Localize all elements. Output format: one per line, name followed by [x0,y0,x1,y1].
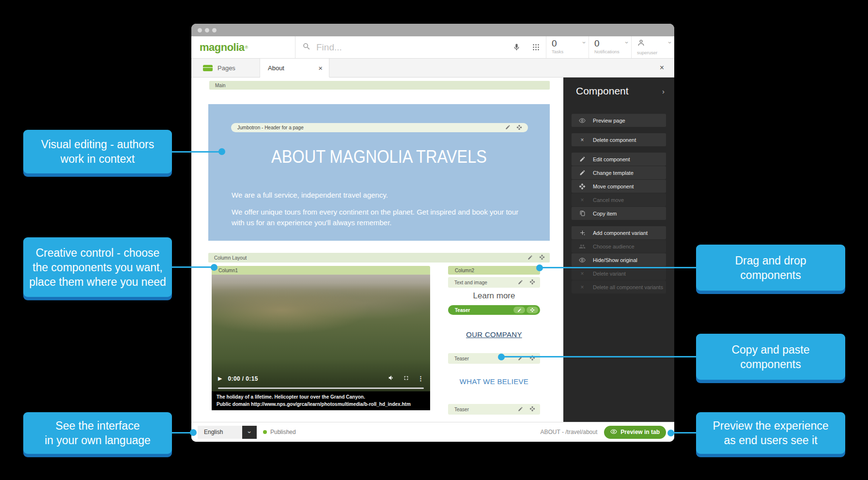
callout-connector-line [540,267,696,268]
search-input[interactable] [315,42,501,53]
main-area-bar[interactable]: Main [209,81,550,90]
brand-wordmark: magnolia [200,41,245,54]
callout-line: components [740,268,801,282]
panel-header: Component › [563,77,674,97]
delete-all-component-variants-button: × Delete all component variants [572,280,666,294]
callout-line: the components you want, [32,260,163,275]
magnolia-logo[interactable]: magnolia ® [191,36,295,58]
pencil-icon [572,156,593,162]
callout-line: work in context [61,152,135,166]
button-label: Add component variant [593,230,648,236]
edit-pencil-icon[interactable] [527,255,533,261]
column2-area: Column2 Text and image Learn more Teaser [448,266,540,416]
close-subapp-icon[interactable]: × [660,59,674,77]
callout-line: components [740,357,801,372]
notifications-indicator[interactable]: 0 Notifications › [589,36,631,58]
panel-title: Component [576,85,629,97]
user-menu[interactable]: superuser › [631,36,674,58]
column2-header-bar[interactable]: Column2 [448,266,540,275]
callout-line: Copy and paste [731,342,809,357]
move-icon[interactable] [527,307,538,313]
video-progress-bar[interactable] [218,387,424,389]
publish-status: Published [263,429,296,435]
tasks-label: Tasks [552,49,589,54]
pencil-icon [572,170,593,176]
teaser-component-bar[interactable]: Teaser [448,353,540,364]
text-and-image-bar[interactable]: Text and image [448,277,540,288]
apps-grid-icon[interactable] [532,43,540,51]
add-component-variant-button[interactable]: Add component variant [572,226,666,239]
copy-item-button[interactable]: Copy item [572,207,666,220]
chevron-down-icon[interactable]: › [582,42,587,44]
jumbotron-paragraph: We are a full service, independent trave… [232,190,388,201]
chevron-right-icon[interactable]: › [662,87,665,95]
chevron-down-icon[interactable]: › [624,42,629,44]
button-label: Delete all component variants [593,284,663,290]
preview-in-tab-button[interactable]: Preview in tab [604,426,666,439]
video-player[interactable]: ▶ 0:00 / 0:15 ⋮ The holiday of a lifetim… [212,275,430,410]
user-icon [637,40,645,48]
main-area-label: Main [209,83,550,88]
column1-header-bar[interactable]: Column1 [212,266,430,275]
tasks-indicator[interactable]: 0 Tasks › [546,36,589,58]
move-icon[interactable] [529,279,535,286]
window-titlebar[interactable] [191,24,674,36]
window-dot[interactable] [198,28,202,32]
close-icon: × [572,137,593,143]
callout-connector-dot [498,354,505,360]
edit-component-button[interactable]: Edit component [572,153,666,166]
callout-connector-dot [218,148,225,155]
callout-creative-control: Creative control - choose the components… [23,237,172,297]
callout-line: as end users see it [724,433,817,448]
move-icon[interactable] [539,254,545,261]
window-dot[interactable] [205,28,209,32]
play-icon[interactable]: ▶ [218,375,222,382]
column-layout-label: Column Layout [208,255,527,261]
volume-icon[interactable] [388,374,395,383]
callout-line: Visual editing - authors [41,137,155,152]
change-template-button[interactable]: Change template [572,166,666,179]
edit-pencil-icon[interactable] [513,307,525,313]
teaser-component-selected[interactable]: Teaser [448,305,540,315]
hide-show-original-button[interactable]: Hide/Show original [572,253,666,266]
tab-about-active[interactable]: About × [260,59,329,77]
move-icon[interactable] [529,406,535,413]
edit-pencil-icon[interactable] [518,406,523,413]
global-search [295,36,546,58]
language-dropdown-button[interactable]: › [242,426,257,439]
callout-line: Creative control - choose [36,246,160,260]
preview-page-button[interactable]: Preview page [572,114,666,127]
kebab-menu-icon[interactable]: ⋮ [418,375,424,382]
column-layout-bar[interactable]: Column Layout [208,253,550,263]
close-tab-icon[interactable]: × [318,64,323,72]
edit-pencil-icon[interactable] [518,279,523,286]
user-name: superuser [637,50,674,55]
video-caption-line2: Public domain http://www.nps.gov/grca/le… [217,401,430,408]
callout-connector-dot [536,264,543,271]
our-company-link[interactable]: OUR COMPANY [448,330,540,339]
video-controls-shade [212,275,430,410]
callout-line: Drag and drop [735,253,806,268]
page-path: ABOUT - /travel/about [540,429,597,435]
window-dot[interactable] [212,28,217,32]
callout-connector-line [671,432,696,434]
eye-icon [572,257,593,263]
move-icon[interactable] [516,124,522,131]
close-icon: × [572,197,593,203]
language-value[interactable]: English [198,426,242,439]
language-selector[interactable]: English › [198,426,257,439]
callout-line: See the interface [56,418,140,433]
fullscreen-icon[interactable] [403,375,409,383]
delete-component-button[interactable]: × Delete component [572,133,666,146]
video-caption: The holiday of a lifetime. Helicopter to… [212,391,430,410]
button-label: Delete component [593,137,636,143]
jumbotron-component[interactable]: Jumbotron - Header for a page ABOUT MAGN… [208,104,550,241]
edit-pencil-icon[interactable] [505,124,511,131]
jumbotron-component-bar[interactable]: Jumbotron - Header for a page [231,123,528,132]
tab-pages[interactable]: Pages [191,59,260,77]
teaser-component-bar[interactable]: Teaser [448,404,540,415]
chevron-down-icon[interactable]: › [667,42,672,44]
move-component-button[interactable]: Move component [572,180,666,193]
app-header: magnolia ® 0 Tasks › 0 [191,36,674,59]
microphone-icon[interactable] [512,43,521,51]
